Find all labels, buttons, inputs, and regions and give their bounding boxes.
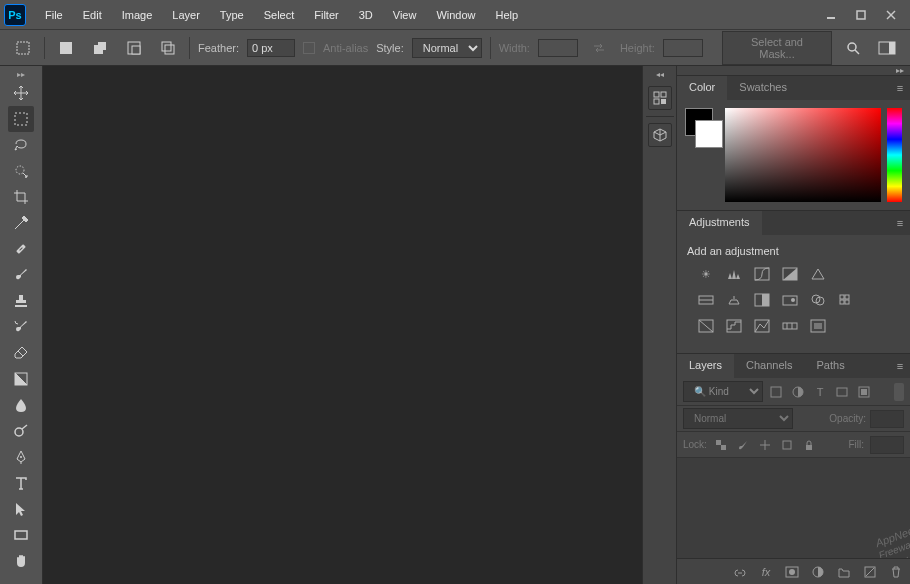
stamp-tool[interactable] xyxy=(8,288,34,314)
bw-icon[interactable] xyxy=(753,291,771,309)
blur-tool[interactable] xyxy=(8,392,34,418)
mask-icon[interactable] xyxy=(784,564,800,580)
style-select[interactable]: Normal xyxy=(412,38,482,58)
color-picker-field[interactable] xyxy=(725,108,881,202)
type-tool[interactable] xyxy=(8,470,34,496)
curves-icon[interactable] xyxy=(753,265,771,283)
invert-icon[interactable] xyxy=(697,317,715,335)
new-group-icon[interactable] xyxy=(836,564,852,580)
vibrance-icon[interactable] xyxy=(809,265,827,283)
new-layer-icon[interactable] xyxy=(862,564,878,580)
layer-fx-icon[interactable]: fx xyxy=(758,564,774,580)
color-panel-menu-icon[interactable]: ≡ xyxy=(890,76,910,100)
gradient-map-icon[interactable] xyxy=(781,317,799,335)
tab-color[interactable]: Color xyxy=(677,76,727,100)
3d-icon[interactable] xyxy=(648,123,672,147)
fill-input[interactable] xyxy=(870,436,904,454)
menu-type[interactable]: Type xyxy=(211,5,253,25)
menu-edit[interactable]: Edit xyxy=(74,5,111,25)
path-select-tool[interactable] xyxy=(8,496,34,522)
background-swatch[interactable] xyxy=(695,120,723,148)
filter-toggle[interactable] xyxy=(894,383,904,401)
color-lookup-icon[interactable] xyxy=(837,291,855,309)
brightness-icon[interactable]: ☀ xyxy=(697,265,715,283)
dodge-tool[interactable] xyxy=(8,418,34,444)
link-layers-icon[interactable] xyxy=(732,564,748,580)
layer-list[interactable]: AppNee Freeware Group xyxy=(677,458,910,558)
menu-layer[interactable]: Layer xyxy=(163,5,209,25)
workspace-icon[interactable] xyxy=(874,35,900,61)
filter-kind-select[interactable]: 🔍 Kind xyxy=(683,381,763,402)
menu-filter[interactable]: Filter xyxy=(305,5,347,25)
lock-trans-icon[interactable] xyxy=(713,437,729,453)
lock-artboard-icon[interactable] xyxy=(779,437,795,453)
hand-tool[interactable] xyxy=(8,548,34,574)
close-button[interactable] xyxy=(876,4,906,26)
minimize-button[interactable] xyxy=(816,4,846,26)
pen-tool[interactable] xyxy=(8,444,34,470)
selection-intersect-icon[interactable] xyxy=(155,35,181,61)
posterize-icon[interactable] xyxy=(725,317,743,335)
tab-adjustments[interactable]: Adjustments xyxy=(677,211,762,235)
maximize-button[interactable] xyxy=(846,4,876,26)
fg-bg-swatches[interactable] xyxy=(685,108,719,148)
filter-shape-icon[interactable] xyxy=(833,383,851,401)
move-tool[interactable] xyxy=(8,80,34,106)
select-and-mask-button[interactable]: Select and Mask... xyxy=(722,31,832,65)
opacity-input[interactable] xyxy=(870,410,904,428)
selection-subtract-icon[interactable] xyxy=(121,35,147,61)
healing-tool[interactable] xyxy=(8,236,34,262)
hue-slider[interactable] xyxy=(887,108,902,202)
color-balance-icon[interactable] xyxy=(725,291,743,309)
crop-tool[interactable] xyxy=(8,184,34,210)
tab-swatches[interactable]: Swatches xyxy=(727,76,799,100)
canvas-area[interactable] xyxy=(43,66,642,584)
menu-image[interactable]: Image xyxy=(113,5,162,25)
threshold-icon[interactable] xyxy=(753,317,771,335)
layers-panel-menu-icon[interactable]: ≡ xyxy=(890,354,910,378)
toolbox-expand[interactable]: ▸▸ xyxy=(0,68,42,80)
filter-adjust-icon[interactable] xyxy=(789,383,807,401)
panels-collapse[interactable]: ▸▸ xyxy=(677,66,910,76)
hue-sat-icon[interactable] xyxy=(697,291,715,309)
photo-filter-icon[interactable] xyxy=(781,291,799,309)
selective-color-icon[interactable] xyxy=(809,317,827,335)
menu-file[interactable]: File xyxy=(36,5,72,25)
selection-new-icon[interactable] xyxy=(53,35,79,61)
filter-pixel-icon[interactable] xyxy=(767,383,785,401)
lock-pixels-icon[interactable] xyxy=(735,437,751,453)
lock-all-icon[interactable] xyxy=(801,437,817,453)
eraser-tool[interactable] xyxy=(8,340,34,366)
menu-help[interactable]: Help xyxy=(487,5,528,25)
quick-select-tool[interactable] xyxy=(8,158,34,184)
lasso-tool[interactable] xyxy=(8,132,34,158)
filter-type-icon[interactable]: T xyxy=(811,383,829,401)
tab-layers[interactable]: Layers xyxy=(677,354,734,378)
filter-smart-icon[interactable] xyxy=(855,383,873,401)
tool-preset-icon[interactable] xyxy=(10,35,36,61)
history-icon[interactable] xyxy=(648,86,672,110)
history-brush-tool[interactable] xyxy=(8,314,34,340)
menu-window[interactable]: Window xyxy=(427,5,484,25)
search-icon[interactable] xyxy=(840,35,866,61)
channel-mixer-icon[interactable] xyxy=(809,291,827,309)
blend-mode-select[interactable]: Normal xyxy=(683,408,793,429)
dock-expand[interactable]: ◂◂ xyxy=(643,68,676,80)
feather-input[interactable] xyxy=(247,39,295,57)
rectangle-tool[interactable] xyxy=(8,522,34,548)
lock-position-icon[interactable] xyxy=(757,437,773,453)
gradient-tool[interactable] xyxy=(8,366,34,392)
marquee-tool[interactable] xyxy=(8,106,34,132)
tab-channels[interactable]: Channels xyxy=(734,354,804,378)
eyedropper-tool[interactable] xyxy=(8,210,34,236)
selection-add-icon[interactable] xyxy=(87,35,113,61)
exposure-icon[interactable] xyxy=(781,265,799,283)
levels-icon[interactable] xyxy=(725,265,743,283)
brush-tool[interactable] xyxy=(8,262,34,288)
menu-3d[interactable]: 3D xyxy=(350,5,382,25)
adjustments-panel-menu-icon[interactable]: ≡ xyxy=(890,211,910,235)
new-adjustment-icon[interactable] xyxy=(810,564,826,580)
delete-layer-icon[interactable] xyxy=(888,564,904,580)
menu-select[interactable]: Select xyxy=(255,5,304,25)
tab-paths[interactable]: Paths xyxy=(805,354,857,378)
